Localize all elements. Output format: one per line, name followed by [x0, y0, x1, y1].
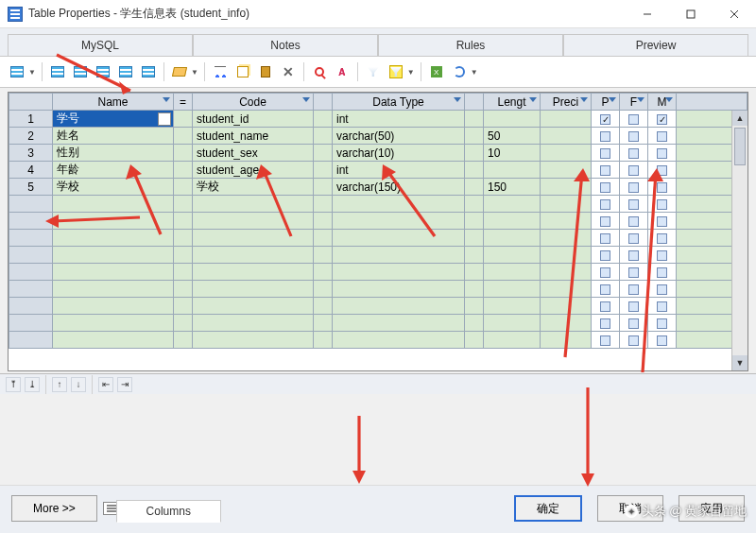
checkbox-cell[interactable]: [648, 315, 677, 332]
checkbox-cell[interactable]: [648, 145, 677, 162]
cell-precision[interactable]: [541, 128, 592, 145]
svg-marker-12: [581, 473, 594, 487]
cell-length[interactable]: 50: [484, 128, 541, 145]
column-header[interactable]: [465, 94, 484, 111]
svg-marker-11: [352, 471, 366, 484]
row-number[interactable]: 2: [9, 128, 53, 145]
row-number[interactable]: 1: [9, 111, 53, 128]
column-header[interactable]: [9, 94, 53, 111]
checkbox-cell[interactable]: [592, 111, 620, 128]
checkbox-cell[interactable]: [592, 332, 620, 349]
column-header[interactable]: P: [592, 94, 620, 111]
move-down-icon[interactable]: ↓: [71, 377, 86, 392]
scroll-up-icon[interactable]: ▲: [732, 111, 747, 126]
sort-arrow-icon: [529, 97, 537, 102]
minimize-button[interactable]: [626, 0, 669, 27]
close-button[interactable]: [713, 0, 756, 27]
tab-mysql[interactable]: MySQL: [8, 34, 193, 56]
cell-datatype[interactable]: int: [333, 111, 465, 128]
cell-datatype[interactable]: varchar(10): [333, 145, 465, 162]
cell-precision[interactable]: [541, 145, 592, 162]
checkbox-cell[interactable]: [648, 128, 677, 145]
first-row-icon[interactable]: ⤒: [6, 377, 21, 392]
row-number[interactable]: 4: [9, 162, 53, 179]
cell-length[interactable]: [484, 111, 541, 128]
filter-icon[interactable]: [364, 62, 383, 81]
svg-marker-10: [647, 168, 663, 181]
tab-preview[interactable]: Preview: [563, 34, 748, 56]
tabs-row-top: MySQLNotesRulesPreview: [8, 34, 748, 56]
checkbox-cell[interactable]: [592, 128, 620, 145]
refresh-icon[interactable]: [450, 62, 469, 81]
row-number[interactable]: 3: [9, 145, 53, 162]
outdent-icon[interactable]: ⇤: [98, 377, 113, 392]
svg-marker-4: [119, 81, 130, 95]
watermark: ✦头条 @ 黄家自留地: [625, 503, 747, 520]
tab-notes[interactable]: Notes: [193, 34, 378, 56]
svg-marker-5: [45, 215, 59, 228]
sort-arrow-icon: [454, 97, 461, 102]
last-row-icon[interactable]: ⤓: [25, 377, 40, 392]
column-header[interactable]: [677, 94, 747, 111]
svg-marker-7: [256, 164, 272, 180]
checkbox-cell[interactable]: [620, 128, 648, 145]
column-header[interactable]: F: [620, 94, 648, 111]
maximize-button[interactable]: [669, 0, 713, 27]
cell-length[interactable]: 10: [484, 145, 541, 162]
checkbox-cell[interactable]: [620, 145, 648, 162]
dropdown-icon[interactable]: ▼: [471, 68, 478, 77]
tabs-area: MySQLNotesRulesPreview GeneralColumnsInd…: [0, 28, 756, 57]
tab-rules[interactable]: Rules: [378, 34, 563, 56]
checkbox-cell[interactable]: [648, 332, 677, 349]
svg-rect-1: [687, 10, 695, 18]
table-row[interactable]: [9, 332, 747, 349]
titlebar: Table Properties - 学生信息表 (student_info): [0, 0, 756, 28]
excel-icon[interactable]: X: [427, 62, 446, 81]
cell-precision[interactable]: [541, 111, 592, 128]
cell-datatype[interactable]: varchar(50): [333, 128, 465, 145]
app-icon: [8, 7, 23, 22]
sort-arrow-icon: [637, 97, 644, 102]
checkbox-cell[interactable]: [592, 315, 620, 332]
sort-arrow-icon: [665, 97, 673, 102]
column-header[interactable]: Lengt: [484, 94, 541, 111]
svg-marker-6: [126, 164, 142, 180]
more-button[interactable]: More >>: [11, 495, 97, 522]
new-col-tool-icon[interactable]: [8, 62, 26, 81]
column-header[interactable]: Data Type: [333, 94, 465, 111]
filter-hl-icon[interactable]: [387, 62, 405, 81]
sort-arrow-icon: [580, 97, 588, 102]
column-header[interactable]: Preci: [541, 94, 592, 111]
dropdown-icon[interactable]: ▼: [28, 68, 36, 77]
move-up-icon[interactable]: ↑: [52, 377, 67, 392]
tab-columns[interactable]: Columns: [116, 500, 221, 523]
checkbox-cell[interactable]: [620, 315, 648, 332]
svg-marker-9: [574, 168, 590, 181]
checkbox-cell[interactable]: [648, 111, 677, 128]
checkbox-cell[interactable]: [620, 111, 648, 128]
indent-icon[interactable]: ⇥: [117, 377, 132, 392]
dropdown-icon[interactable]: ▼: [407, 68, 415, 77]
checkbox-cell[interactable]: [592, 145, 620, 162]
window-title: Table Properties - 学生信息表 (student_info): [28, 6, 626, 22]
scroll-down-icon[interactable]: ▼: [732, 355, 747, 370]
scroll-thumb[interactable]: [734, 128, 746, 165]
sort-arrow-icon: [609, 97, 616, 102]
window-buttons: [626, 0, 756, 27]
column-header[interactable]: M: [648, 94, 677, 111]
